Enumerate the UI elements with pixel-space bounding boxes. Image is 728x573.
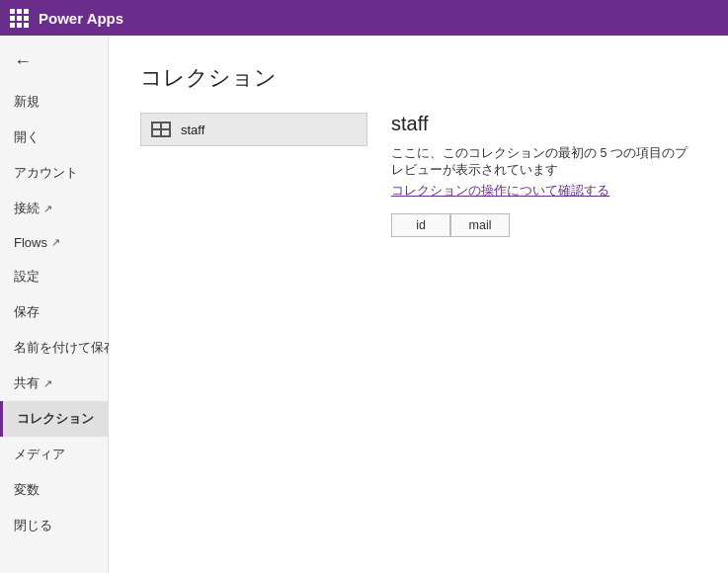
collection-detail: staff ここに、このコレクションの最初の 5 つの項目のプレビューが表示され… [391, 113, 696, 237]
column-headers: id mail [391, 213, 696, 237]
sidebar: ← 新規 開く アカウント 接続 ↗ Flows ↗ 設定 保存 名前を付けて保… [0, 36, 109, 573]
collection-detail-description: ここに、このコレクションの最初の 5 つの項目のプレビューが表示されています [391, 145, 696, 179]
sidebar-item-share[interactable]: 共有 ↗ [0, 366, 108, 401]
sidebar-item-close[interactable]: 閉じる [0, 508, 108, 543]
sidebar-item-save[interactable]: 保存 [0, 294, 108, 330]
column-header-mail: mail [450, 213, 510, 237]
sidebar-item-account[interactable]: アカウント [0, 155, 108, 191]
collection-list: staff [140, 113, 367, 237]
app-title: Power Apps [39, 10, 123, 27]
collection-table-icon [151, 122, 171, 137]
collection-detail-title: staff [391, 113, 696, 135]
collection-item-name: staff [181, 123, 204, 137]
collection-item-staff[interactable]: staff [140, 113, 367, 146]
collection-detail-link[interactable]: コレクションの操作について確認する [391, 183, 696, 200]
column-header-id: id [391, 213, 450, 237]
sidebar-item-settings[interactable]: 設定 [0, 259, 108, 294]
sidebar-item-variables[interactable]: 変数 [0, 472, 108, 508]
sidebar-item-connect[interactable]: 接続 ↗ [0, 191, 108, 226]
external-link-icon: ↗ [43, 377, 52, 390]
main-content: コレクション staff staff ここに、このコレクションの最初の 5 つの [109, 36, 728, 573]
sidebar-item-save-as[interactable]: 名前を付けて保存 [0, 330, 108, 366]
sidebar-item-new[interactable]: 新規 [0, 84, 108, 120]
sidebar-item-collections[interactable]: コレクション [0, 401, 108, 437]
page-title: コレクション [140, 63, 696, 93]
sidebar-item-flows[interactable]: Flows ↗ [0, 226, 108, 259]
external-link-icon: ↗ [51, 236, 60, 249]
collection-layout: staff staff ここに、このコレクションの最初の 5 つの項目のプレビュ… [140, 113, 696, 237]
back-button[interactable]: ← [0, 43, 108, 84]
external-link-icon: ↗ [43, 203, 52, 215]
main-layout: ← 新規 開く アカウント 接続 ↗ Flows ↗ 設定 保存 名前を付けて保… [0, 36, 728, 573]
app-header: Power Apps [0, 0, 728, 36]
sidebar-item-media[interactable]: メディア [0, 437, 108, 472]
grid-icon [10, 9, 29, 28]
sidebar-item-open[interactable]: 開く [0, 120, 108, 155]
